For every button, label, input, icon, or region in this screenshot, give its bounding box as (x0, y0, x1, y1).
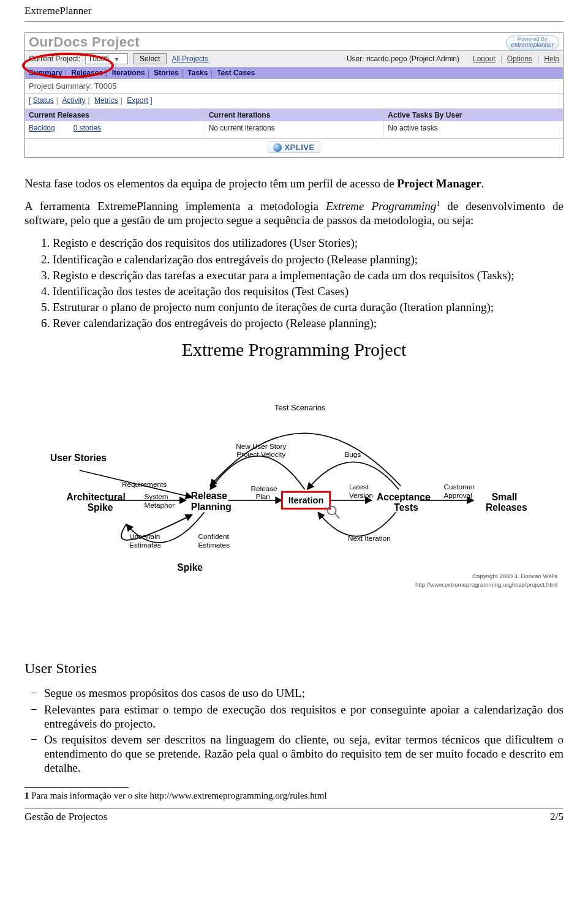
select-button[interactable]: Select (133, 53, 167, 64)
subtab-export[interactable]: Export (127, 96, 148, 105)
svg-text:Project Velocity: Project Velocity (236, 450, 285, 457)
chevron-down-icon: ▾ (115, 56, 118, 62)
project-summary-title: Project Summary: T0005 (25, 79, 563, 94)
svg-text:Spike: Spike (88, 502, 113, 513)
paragraph-2: A ferramenta ExtremePlanning implementa … (24, 199, 564, 228)
list-item: Rever calendarização dos entregáveis do … (53, 316, 564, 330)
svg-text:Releases: Releases (486, 502, 527, 513)
svg-text:Approval: Approval (443, 491, 472, 499)
svg-text:Metaphor: Metaphor (145, 501, 175, 509)
summary-columns: Current Releases Backlog 0 stories Curre… (25, 109, 563, 139)
svg-text:Confident: Confident (198, 532, 230, 540)
svg-text:Release: Release (251, 484, 277, 492)
user-label: User: ricardo.pego (Project Admin) (347, 55, 459, 63)
svg-text:Requirements: Requirements (122, 480, 167, 488)
list-item: Estruturar o plano de projecto num conju… (53, 300, 564, 314)
subtab-activity[interactable]: Activity (62, 96, 86, 105)
backlog-link[interactable]: Backlog (29, 124, 55, 132)
project-selector-bar: Current Project: T0005 ▾ Select All Proj… (25, 50, 563, 67)
svg-text:User Stories: User Stories (50, 453, 107, 463)
list-item: Identificação e calendarização dos entre… (53, 252, 564, 266)
svg-text:Planning: Planning (191, 502, 232, 512)
svg-text:http://www.extremeprogramming.: http://www.extremeprogramming.org/map/pr… (415, 581, 557, 588)
list-item: Registo e descrição dos requisitos dos u… (53, 236, 564, 250)
current-project-select[interactable]: T0005 ▾ (85, 53, 128, 64)
tab-iterations[interactable]: Iterations (112, 69, 145, 77)
svg-line-8 (334, 513, 339, 518)
svg-text:New User Story: New User Story (236, 442, 286, 450)
sub-tabs: [ Status| Activity| Metrics| Export ] (25, 94, 563, 109)
list-item: Os requisitos devem ser descritos na lin… (44, 732, 564, 775)
user-stories-bullets: Segue os mesmos propósitos dos casos de … (24, 686, 564, 775)
svg-text:Uncertain: Uncertain (129, 532, 160, 540)
svg-text:Bugs: Bugs (344, 450, 361, 458)
tab-releases[interactable]: Releases (71, 69, 103, 77)
svg-text:Tests: Tests (394, 502, 418, 513)
col-current-iterations: Current Iterations (205, 109, 384, 121)
section-heading: User Stories (24, 660, 564, 677)
powered-by-badge: Powered By extremeplanner (506, 36, 559, 50)
running-header: ExtremePlanner (24, 5, 564, 21)
app-screenshot: OurDocs Project Powered By extremeplanne… (24, 32, 564, 158)
col-current-releases: Current Releases (25, 109, 205, 121)
diagram-svg: Iteration Test Scenarios User Stories Re… (24, 369, 564, 626)
main-tabs: Summary| Releases| Iterations| Stories| … (25, 67, 563, 79)
page-footer: Gestão de Projectos 2/5 (24, 808, 564, 824)
tab-test-cases[interactable]: Test Cases (217, 69, 255, 77)
xplive-footer: XPLIVE (25, 139, 563, 157)
svg-text:Copyright 2000 J. Donvan Wells: Copyright 2000 J. Donvan Wells (472, 573, 557, 579)
tab-summary[interactable]: Summary (29, 69, 62, 77)
backlog-stories-link[interactable]: 0 stories (74, 124, 101, 132)
app-title: OurDocs Project (29, 34, 506, 50)
svg-point-7 (328, 506, 336, 515)
svg-text:Release: Release (191, 491, 227, 501)
paragraph-1: Nesta fase todos os elementos da equipa … (24, 176, 564, 190)
svg-text:Next Iteration: Next Iteration (348, 534, 391, 542)
list-item: Relevantes para estimar o tempo de execu… (44, 702, 564, 731)
list-item: Identificação dos testes de aceitação do… (53, 284, 564, 298)
svg-text:Estimates: Estimates (129, 541, 161, 549)
xp-diagram: Extreme Programming Project (24, 339, 564, 635)
tab-stories[interactable]: Stories (154, 69, 179, 77)
svg-text:Small: Small (492, 492, 518, 502)
subtab-metrics[interactable]: Metrics (94, 96, 118, 105)
options-link[interactable]: Options (507, 55, 532, 63)
svg-text:System: System (145, 492, 168, 500)
svg-text:Test Scenarios: Test Scenarios (274, 403, 325, 412)
no-iterations-text: No current iterations (205, 121, 384, 138)
svg-text:Latest: Latest (349, 483, 369, 491)
footer-page-number: 2/5 (550, 811, 564, 824)
subtab-status[interactable]: Status (33, 96, 54, 105)
no-tasks-text: No active tasks (383, 121, 563, 138)
svg-text:Plan: Plan (255, 492, 270, 500)
diagram-title: Extreme Programming Project (24, 339, 564, 361)
svg-text:Acceptance: Acceptance (377, 492, 431, 502)
footnote: 1 Para mais informação ver o site http:/… (24, 790, 564, 801)
col-active-tasks: Active Tasks By User (383, 109, 563, 121)
svg-text:Estimates: Estimates (198, 541, 230, 549)
methodology-steps: Registo e descrição dos requisitos dos u… (24, 236, 564, 330)
xplive-icon (273, 143, 282, 152)
logout-link[interactable]: Logout (473, 55, 496, 63)
current-project-label: Current Project: (29, 55, 80, 63)
list-item: Segue os mesmos propósitos dos casos de … (44, 686, 564, 700)
footer-left: Gestão de Projectos (24, 811, 107, 824)
svg-text:Spike: Spike (177, 562, 203, 573)
svg-text:Iteration: Iteration (288, 495, 324, 505)
list-item: Registo e descrição das tarefas a execut… (53, 268, 564, 282)
tab-tasks[interactable]: Tasks (187, 69, 208, 77)
svg-text:Architectural: Architectural (66, 492, 125, 502)
help-link[interactable]: Help (544, 55, 559, 63)
all-projects-link[interactable]: All Projects (172, 55, 208, 63)
svg-text:Version: Version (349, 491, 373, 499)
svg-text:Customer: Customer (443, 483, 475, 491)
